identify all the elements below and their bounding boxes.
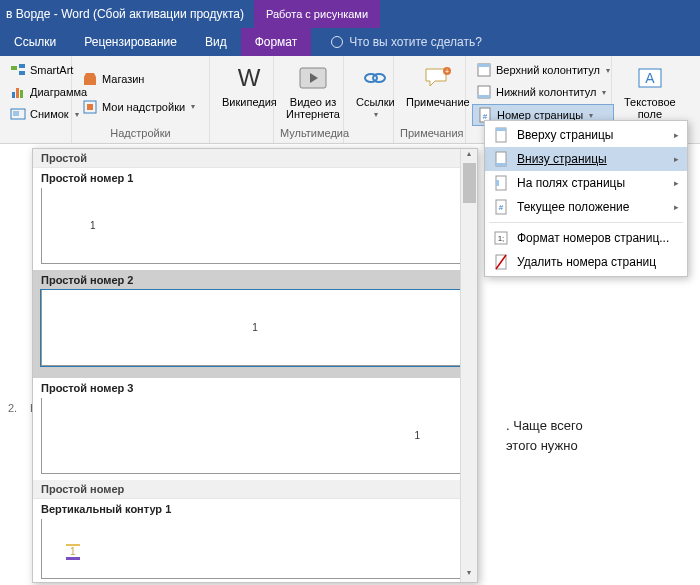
tell-me-search[interactable]: Что вы хотите сделать? [311, 28, 482, 56]
scroll-down-icon[interactable]: ▾ [461, 568, 477, 582]
wikipedia-button[interactable]: W Википедия [216, 60, 283, 137]
svg-rect-5 [20, 90, 23, 98]
group-label-addins: Надстройки [78, 125, 203, 139]
current-pos-icon: # [493, 199, 509, 215]
svg-text:A: A [645, 70, 655, 86]
gallery-item-3[interactable]: 1 [41, 398, 469, 474]
svg-rect-3 [12, 92, 15, 98]
link-icon [359, 62, 391, 94]
preview-page-number: 1 [252, 322, 258, 333]
comment-button[interactable]: + Примечание [400, 60, 476, 125]
pn-bottom-of-page[interactable]: Внизу страницы ▸ [485, 147, 687, 171]
smartart-icon [10, 62, 26, 78]
document-text: . Чаще всего этого нужно [506, 416, 583, 455]
group-label-comments: Примечания [400, 125, 459, 139]
svg-text:W: W [238, 64, 261, 91]
list-number: 2. [8, 402, 17, 414]
my-addins-button[interactable]: Мои надстройки [78, 97, 199, 117]
page-margin-icon [493, 175, 509, 191]
gallery-item-4-title: Вертикальный контур 1 [33, 499, 477, 519]
title-bar: в Ворде - Word (Сбой активации продукта)… [0, 0, 700, 28]
contextual-tab-group: Работа с рисунками [254, 0, 380, 28]
footer-icon [476, 84, 492, 100]
video-icon [297, 62, 329, 94]
gallery-item-1-title: Простой номер 1 [33, 168, 477, 188]
footer-button[interactable]: Нижний колонтитул [472, 82, 614, 102]
svg-text:1;: 1; [498, 234, 505, 243]
svg-point-14 [373, 74, 385, 82]
header-icon [476, 62, 492, 78]
tell-me-placeholder: Что вы хотите сделать? [349, 35, 482, 49]
addins-icon [82, 99, 98, 115]
pn-current-position[interactable]: # Текущее положение ▸ [485, 195, 687, 219]
submenu-arrow-icon: ▸ [674, 178, 679, 188]
svg-rect-2 [19, 71, 25, 75]
header-button[interactable]: Верхний колонтитул [472, 60, 614, 80]
gallery-item-4[interactable]: 1 [41, 519, 469, 579]
svg-text:#: # [499, 203, 504, 212]
scroll-up-icon[interactable]: ▴ [461, 149, 477, 163]
svg-rect-26 [496, 128, 506, 131]
document-title: в Ворде - Word (Сбой активации продукта) [0, 7, 244, 21]
menu-separator [489, 222, 683, 223]
pn-remove-numbers[interactable]: Удалить номера страниц [485, 250, 687, 274]
page-top-icon [493, 127, 509, 143]
submenu-arrow-icon: ▸ [674, 154, 679, 164]
gallery-item-2[interactable]: 1 [41, 290, 469, 366]
ribbon-tabs: Ссылки Рецензирование Вид Формат Что вы … [0, 28, 700, 56]
submenu-arrow-icon: ▸ [674, 202, 679, 212]
svg-rect-20 [478, 95, 490, 98]
svg-rect-0 [11, 66, 17, 70]
remove-numbers-icon [493, 254, 509, 270]
page-number-gallery: Простой Простой номер 1 1 Простой номер … [32, 148, 478, 583]
store-icon [82, 71, 98, 87]
textbox-icon: A [634, 62, 666, 94]
svg-rect-18 [478, 64, 490, 67]
svg-text:+: + [445, 68, 449, 75]
screenshot-icon [10, 106, 26, 122]
scroll-thumb[interactable] [463, 163, 476, 203]
page-number-menu: Вверху страницы ▸ Внизу страницы ▸ На по… [484, 120, 688, 277]
svg-rect-7 [13, 111, 19, 116]
gallery-item-2-title: Простой номер 2 [33, 270, 477, 290]
tab-review[interactable]: Рецензирование [70, 28, 191, 56]
gallery-category-simple: Простой [33, 149, 477, 168]
gallery-scrollbar[interactable]: ▴ ▾ [460, 149, 477, 582]
gallery-item-3-title: Простой номер 3 [33, 378, 477, 398]
chart-icon [10, 84, 26, 100]
group-label-media: Мультимедиа [280, 125, 337, 139]
pn-page-margins[interactable]: На полях страницы ▸ [485, 171, 687, 195]
page-bottom-icon [493, 151, 509, 167]
lightbulb-icon [331, 36, 343, 48]
preview-page-number: 1 [66, 544, 80, 560]
svg-rect-9 [87, 104, 93, 110]
online-video-button[interactable]: Видео из Интернета [280, 60, 346, 125]
svg-rect-30 [496, 180, 499, 186]
gallery-item-1[interactable]: 1 [41, 188, 469, 264]
pn-format-numbers[interactable]: 1; Формат номеров страниц... [485, 226, 687, 250]
tab-view[interactable]: Вид [191, 28, 241, 56]
pn-top-of-page[interactable]: Вверху страницы ▸ [485, 123, 687, 147]
wikipedia-icon: W [233, 62, 265, 94]
svg-rect-28 [496, 163, 506, 166]
gallery-category-simple2: Простой номер [33, 480, 477, 499]
preview-page-number: 1 [414, 430, 420, 441]
svg-rect-4 [16, 88, 19, 98]
svg-rect-1 [19, 64, 25, 68]
format-numbers-icon: 1; [493, 230, 509, 246]
comment-icon: + [422, 62, 454, 94]
tab-links[interactable]: Ссылки [0, 28, 70, 56]
store-button[interactable]: Магазин [78, 69, 199, 89]
submenu-arrow-icon: ▸ [674, 130, 679, 140]
preview-page-number: 1 [90, 220, 96, 231]
tab-format[interactable]: Формат [241, 28, 312, 56]
